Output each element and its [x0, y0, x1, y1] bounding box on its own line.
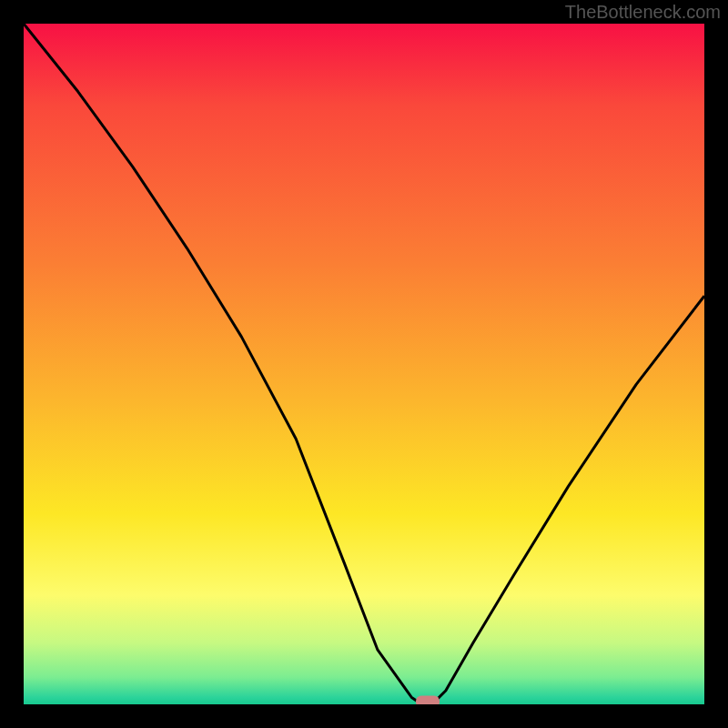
watermark-text: TheBottleneck.com [565, 2, 721, 23]
optimal-point-marker [416, 696, 440, 705]
bottleneck-curve [24, 24, 704, 704]
chart-plot-area [24, 24, 704, 704]
